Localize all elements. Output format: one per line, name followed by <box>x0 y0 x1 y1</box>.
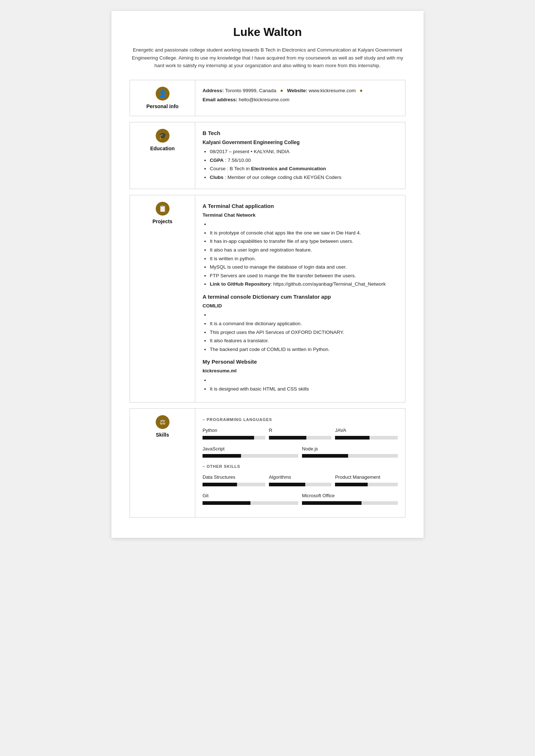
education-icon: 🎓 <box>156 129 170 143</box>
programming-skills-grid-2: JavaScript Node.js <box>203 445 398 458</box>
project-bullet-1-3: It also features a translator. <box>210 337 398 345</box>
other-skills-label: – OTHER SKILLS <box>203 463 398 470</box>
skill-bar-bg <box>302 501 398 505</box>
personal-info-title: Personal info <box>146 103 179 109</box>
email-value: hello@kickresume.com <box>239 97 290 102</box>
address-line: Address: Toronto 99999, Canada Website: … <box>203 87 398 95</box>
address-value: Toronto 99999, Canada <box>225 88 276 93</box>
summary-text: Energetic and passionate college student… <box>130 46 405 70</box>
skill-name: R <box>269 427 332 434</box>
skill-bar-fill <box>269 436 307 440</box>
edu-details-list: 08/2017 – present • KALYANI, INDIACGPA :… <box>203 148 398 181</box>
project-title-2: My Personal Website <box>203 357 398 366</box>
project-subtitle-1: COMLID <box>203 302 398 310</box>
project-bullet-0-2: It has in-app capabilities to transfer f… <box>210 237 398 245</box>
edu-detail-item: Course : B Tech in Electronics and Commu… <box>210 165 398 173</box>
education-content: B Tech Kalyani Government Engineering Co… <box>195 122 405 189</box>
skill-name: Microsoft Office <box>302 492 398 500</box>
project-bullet-2-0 <box>210 376 398 384</box>
skills-title: Skills <box>156 432 169 438</box>
skill-item-node.js: Node.js <box>302 445 398 458</box>
skill-name: Product Management <box>335 474 398 481</box>
project-bullet-1-0 <box>210 311 398 319</box>
address-label: Address: <box>203 88 224 93</box>
skill-bar-fill <box>335 436 369 440</box>
project-bullet-2-1: It is designed with basic HTML and CSS s… <box>210 385 398 393</box>
skills-content: – PROGRAMMING LANGUAGES Python R JAVA Ja… <box>195 409 405 517</box>
project-bullet-0-4: It is written in python. <box>210 255 398 263</box>
skill-bar-fill <box>203 454 241 458</box>
skill-bar-fill <box>203 501 250 505</box>
skill-name: Algorithms <box>269 474 332 481</box>
skill-name: Data Structures <box>203 474 265 481</box>
skill-bar-bg <box>335 436 398 440</box>
dot-separator-2 <box>360 90 362 92</box>
programming-skills-grid: Python R JAVA <box>203 427 398 440</box>
skill-bar-bg <box>203 454 298 458</box>
other-skills-grid-2: Git Microsoft Office <box>203 492 398 505</box>
skill-item-product-management: Product Management <box>335 474 398 486</box>
project-bullet-0-0 <box>210 220 398 228</box>
skill-name: JAVA <box>335 427 398 434</box>
project-list-2: It is designed with basic HTML and CSS s… <box>203 376 398 393</box>
skill-item-algorithms: Algorithms <box>269 474 332 486</box>
projects-title: Projects <box>152 218 172 224</box>
skill-item-python: Python <box>203 427 265 440</box>
projects-content: A Terminal Chat applicationTerminal Chat… <box>195 195 405 402</box>
skill-bar-bg <box>203 483 265 486</box>
skill-name: Git <box>203 492 298 500</box>
candidate-name: Luke Walton <box>130 25 405 39</box>
personal-info-icon: 👤 <box>156 87 170 101</box>
skill-name: Python <box>203 427 265 434</box>
skill-bar-bg <box>302 454 398 458</box>
project-bullet-0-3: It also has a user login and registratio… <box>210 246 398 254</box>
email-label: Email address: <box>203 97 237 102</box>
skill-bar-fill <box>203 483 237 486</box>
skill-bar-bg <box>203 501 298 505</box>
edu-detail-item: Clubs : Member of our college coding clu… <box>210 173 398 181</box>
projects-icon: 📋 <box>156 202 170 216</box>
project-bullet-1-4: The backend part code of COMLID is writt… <box>210 346 398 354</box>
project-subtitle-2: kickresume.ml <box>203 367 398 375</box>
skill-bar-fill <box>335 483 368 486</box>
skills-left: ⚖ Skills <box>130 409 195 517</box>
project-title-1: A terminal console Dictionary cum Transl… <box>203 293 398 301</box>
other-skills-grid: Data Structures Algorithms Product Manag… <box>203 474 398 486</box>
skill-bar-fill <box>203 436 254 440</box>
skill-bar-fill <box>302 501 362 505</box>
skill-item-java: JAVA <box>335 427 398 440</box>
skill-bar-fill <box>269 483 305 486</box>
project-list-0: It is prototype of console chat apps lik… <box>203 220 398 288</box>
skill-bar-bg <box>269 483 332 486</box>
skill-bar-bg <box>203 436 265 440</box>
skill-bar-bg <box>269 436 332 440</box>
education-left: 🎓 Education <box>130 122 195 189</box>
skill-item-javascript: JavaScript <box>203 445 298 458</box>
dot-separator <box>281 90 283 92</box>
edu-degree: B Tech <box>203 129 398 138</box>
project-bullet-1-1: It is a command line dictionary applicat… <box>210 320 398 328</box>
skill-item-data-structures: Data Structures <box>203 474 265 486</box>
skills-section: ⚖ Skills – PROGRAMMING LANGUAGES Python … <box>130 408 405 517</box>
personal-info-left: 👤 Personal info <box>130 80 195 116</box>
education-section: 🎓 Education B Tech Kalyani Government En… <box>130 122 405 189</box>
project-bullet-0-1: It is prototype of console chat apps lik… <box>210 229 398 237</box>
education-title: Education <box>150 146 175 151</box>
edu-detail-item: 08/2017 – present • KALYANI, INDIA <box>210 148 398 156</box>
resume-container: Luke Walton Energetic and passionate col… <box>111 11 424 538</box>
skill-bar-fill <box>302 454 348 458</box>
email-line: Email address: hello@kickresume.com <box>203 96 398 104</box>
personal-info-section: 👤 Personal info Address: Toronto 99999, … <box>130 80 405 116</box>
project-subtitle-0: Terminal Chat Network <box>203 211 398 219</box>
projects-section: 📋 Projects A Terminal Chat applicationTe… <box>130 195 405 403</box>
project-bullet-1-2: This project uses the API Services of OX… <box>210 328 398 336</box>
edu-detail-item: CGPA : 7.56/10.00 <box>210 156 398 164</box>
project-title-0: A Terminal Chat application <box>203 202 398 211</box>
personal-info-content: Address: Toronto 99999, Canada Website: … <box>195 80 405 116</box>
skill-name: Node.js <box>302 445 398 453</box>
skill-item-microsoft-office: Microsoft Office <box>302 492 398 505</box>
website-label: Website: <box>287 88 307 93</box>
skill-item-r: R <box>269 427 332 440</box>
project-bullet-0-6: FTP Servers are used to mange the file t… <box>210 272 398 280</box>
edu-school: Kalyani Government Engineering Colleg <box>203 138 398 146</box>
